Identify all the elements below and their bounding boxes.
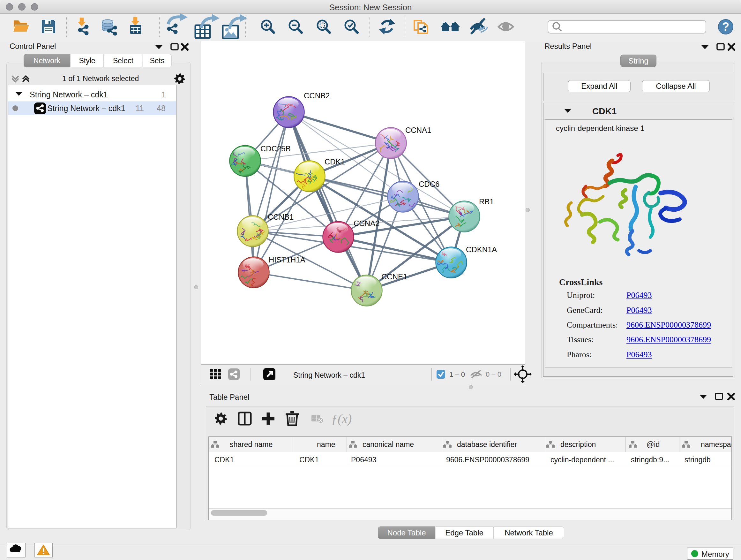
svg-text:CDC25B: CDC25B [260,144,291,153]
svg-text:HIST1H1A: HIST1H1A [269,255,306,264]
svg-text:CCNA2: CCNA2 [354,219,380,228]
svg-text:CCNA1: CCNA1 [405,126,431,134]
svg-text:CDC6: CDC6 [419,180,440,188]
svg-text:CDK1: CDK1 [325,158,345,166]
svg-text:CCNB1: CCNB1 [268,212,293,221]
svg-text:CCNE1: CCNE1 [381,272,407,281]
svg-text:CDKN1A: CDKN1A [466,245,497,254]
svg-text:CCNB2: CCNB2 [304,91,330,100]
svg-text:RB1: RB1 [479,197,494,206]
